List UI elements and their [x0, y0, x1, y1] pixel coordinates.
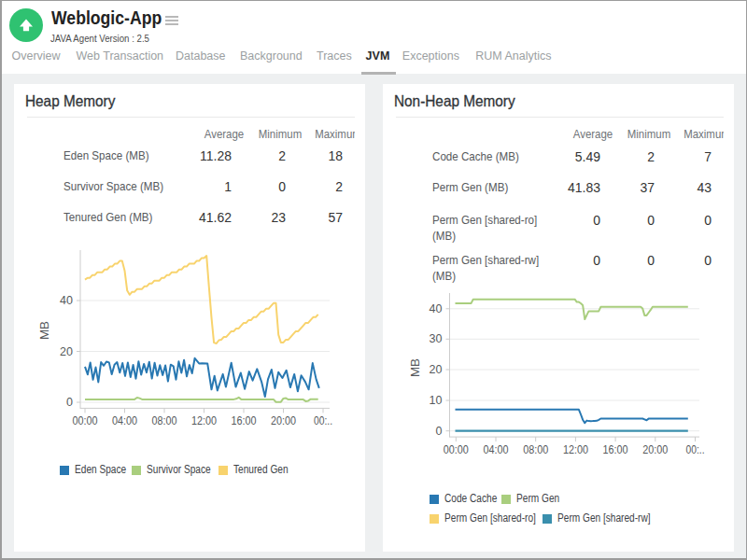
svg-text:00:..: 00:..	[686, 443, 705, 456]
svg-text:0: 0	[436, 425, 443, 438]
svg-text:MB: MB	[408, 358, 422, 377]
svg-text:00:00: 00:00	[73, 414, 98, 427]
svg-text:20:00: 20:00	[271, 414, 296, 427]
svg-text:MB: MB	[37, 321, 51, 340]
svg-text:08:00: 08:00	[523, 443, 548, 456]
svg-text:12:00: 12:00	[563, 443, 588, 456]
svg-text:16:00: 16:00	[603, 443, 628, 456]
svg-text:12:00: 12:00	[191, 414, 217, 427]
svg-text:20: 20	[430, 363, 443, 376]
svg-text:20: 20	[60, 345, 73, 358]
svg-text:08:00: 08:00	[152, 414, 177, 427]
svg-text:10: 10	[430, 394, 443, 407]
svg-text:00:..: 00:..	[314, 414, 332, 427]
svg-text:04:00: 04:00	[112, 414, 137, 427]
svg-text:00:00: 00:00	[444, 443, 469, 456]
svg-text:04:00: 04:00	[484, 443, 509, 456]
svg-text:20:00: 20:00	[642, 443, 668, 456]
svg-text:30: 30	[430, 332, 443, 345]
svg-text:40: 40	[430, 302, 443, 315]
svg-text:40: 40	[60, 294, 73, 307]
svg-text:0: 0	[66, 396, 73, 409]
svg-text:16:00: 16:00	[232, 414, 257, 427]
